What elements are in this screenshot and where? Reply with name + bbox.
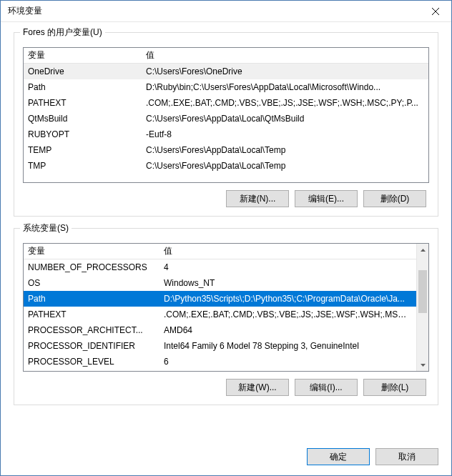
cell-val: C:\Users\Fores\OneDrive xyxy=(146,66,424,76)
cell-var: PROCESSOR_ARCHITECT... xyxy=(28,325,164,335)
cell-var: TEMP xyxy=(28,145,146,155)
delete-user-var-button[interactable]: 删除(D) xyxy=(363,190,426,207)
scroll-up-button[interactable] xyxy=(417,244,428,256)
scroll-thumb[interactable] xyxy=(418,270,427,313)
table-row[interactable]: PROCESSOR_ARCHITECT... AMD64 xyxy=(24,322,416,338)
table-row[interactable]: Path D:\Python35\Scripts\;D:\Python35\;C… xyxy=(24,291,416,307)
cell-var: NUMBER_OF_PROCESSORS xyxy=(28,262,164,272)
cell-var: PATHEXT xyxy=(28,309,164,319)
cell-val: Intel64 Family 6 Model 78 Stepping 3, Ge… xyxy=(164,341,412,351)
close-button[interactable] xyxy=(419,1,451,21)
table-row[interactable]: TEMP C:\Users\Fores\AppData\Local\Temp xyxy=(24,142,428,158)
user-buttons-row: 新建(N)... 编辑(E)... 删除(D) xyxy=(23,190,429,207)
cell-val: .COM;.EXE;.BAT;.CMD;.VBS;.VBE;.JS;.JSE;.… xyxy=(146,98,424,108)
table-row[interactable]: Path D:\Ruby\bin;C:\Users\Fores\AppData\… xyxy=(24,79,428,95)
dialog-footer: 确定 取消 xyxy=(1,441,451,475)
new-user-var-button[interactable]: 新建(N)... xyxy=(226,190,289,207)
grid-body: NUMBER_OF_PROCESSORS 4 OS Windows_NT Pat… xyxy=(24,259,428,371)
grid-header: 变量 值 xyxy=(24,48,428,64)
environment-variables-dialog: 环境变量 Fores 的用户变量(U) 变量 值 OneDrive C:\Use… xyxy=(0,0,452,476)
svg-marker-2 xyxy=(421,249,426,252)
user-variables-group: Fores 的用户变量(U) 变量 值 OneDrive C:\Users\Fo… xyxy=(14,32,438,217)
cell-val: D:\Ruby\bin;C:\Users\Fores\AppData\Local… xyxy=(146,82,424,92)
user-variables-grid[interactable]: 变量 值 OneDrive C:\Users\Fores\OneDrive Pa… xyxy=(23,47,429,183)
table-row[interactable]: QtMsBuild C:\Users\Fores\AppData\Local\Q… xyxy=(24,111,428,127)
cell-var: OS xyxy=(28,278,164,288)
system-group-label: 系统变量(S) xyxy=(20,222,72,234)
close-icon xyxy=(432,8,439,15)
table-row[interactable]: PROCESSOR_LEVEL 6 xyxy=(24,354,416,370)
table-row[interactable]: TMP C:\Users\Fores\AppData\Local\Temp xyxy=(24,158,428,174)
system-buttons-row: 新建(W)... 编辑(I)... 删除(L) xyxy=(23,379,429,396)
grid-header: 变量 值 xyxy=(24,244,428,259)
vertical-scrollbar[interactable] xyxy=(416,244,428,371)
new-sys-var-button[interactable]: 新建(W)... xyxy=(226,379,289,396)
cell-var: RUBYOPT xyxy=(28,129,146,139)
cell-val: D:\Python35\Scripts\;D:\Python35\;C:\Pro… xyxy=(164,294,412,304)
cell-val: .COM;.EXE;.BAT;.CMD;.VBS;.VBE;.JS;.JSE;.… xyxy=(164,309,412,319)
cell-var: PROCESSOR_IDENTIFIER xyxy=(28,341,164,351)
header-variable[interactable]: 变量 xyxy=(28,49,146,61)
system-variables-group: 系统变量(S) 变量 值 NUMBER_OF_PROCESSORS 4 OS W… xyxy=(14,228,438,405)
cell-val: -Eutf-8 xyxy=(146,129,424,139)
cell-val: C:\Users\Fores\AppData\Local\Temp xyxy=(146,161,424,171)
cell-var: PROCESSOR_LEVEL xyxy=(28,357,164,367)
edit-sys-var-button[interactable]: 编辑(I)... xyxy=(295,379,358,396)
scroll-track[interactable] xyxy=(417,256,428,359)
cell-var: OneDrive xyxy=(28,66,146,76)
edit-user-var-button[interactable]: 编辑(E)... xyxy=(295,190,358,207)
cell-var: QtMsBuild xyxy=(28,114,146,124)
cell-val: AMD64 xyxy=(164,325,412,335)
header-variable[interactable]: 变量 xyxy=(28,245,164,257)
chevron-up-icon xyxy=(421,249,426,252)
dialog-title: 环境变量 xyxy=(8,5,419,17)
table-row[interactable]: NUMBER_OF_PROCESSORS 4 xyxy=(24,259,416,275)
svg-marker-3 xyxy=(421,364,426,367)
chevron-down-icon xyxy=(421,364,426,367)
cell-var: TMP xyxy=(28,161,146,171)
cell-var: PATHEXT xyxy=(28,98,146,108)
user-group-label: Fores 的用户变量(U) xyxy=(20,26,105,39)
header-value[interactable]: 值 xyxy=(164,245,415,257)
table-row[interactable]: RUBYOPT -Eutf-8 xyxy=(24,127,428,142)
cell-val: 4 xyxy=(164,262,412,272)
table-row[interactable]: OneDrive C:\Users\Fores\OneDrive xyxy=(24,64,428,79)
titlebar[interactable]: 环境变量 xyxy=(1,1,451,22)
cell-val: C:\Users\Fores\AppData\Local\QtMsBuild xyxy=(146,114,424,124)
cell-var: Path xyxy=(28,294,164,304)
dialog-body: Fores 的用户变量(U) 变量 值 OneDrive C:\Users\Fo… xyxy=(1,22,451,441)
table-row[interactable]: OS Windows_NT xyxy=(24,275,416,291)
cell-var: Path xyxy=(28,82,146,92)
cell-val: Windows_NT xyxy=(164,278,412,288)
cancel-button[interactable]: 取消 xyxy=(375,448,438,465)
table-row[interactable]: PATHEXT .COM;.EXE;.BAT;.CMD;.VBS;.VBE;.J… xyxy=(24,95,428,111)
table-row[interactable]: PATHEXT .COM;.EXE;.BAT;.CMD;.VBS;.VBE;.J… xyxy=(24,307,416,322)
delete-sys-var-button[interactable]: 删除(L) xyxy=(363,379,426,396)
header-value[interactable]: 值 xyxy=(146,49,424,61)
system-variables-grid[interactable]: 变量 值 NUMBER_OF_PROCESSORS 4 OS Windows_N… xyxy=(23,243,429,372)
grid-body: OneDrive C:\Users\Fores\OneDrive Path D:… xyxy=(24,64,428,182)
scroll-down-button[interactable] xyxy=(417,359,428,371)
ok-button[interactable]: 确定 xyxy=(307,448,370,465)
cell-val: 6 xyxy=(164,357,412,367)
table-row[interactable]: PROCESSOR_IDENTIFIER Intel64 Family 6 Mo… xyxy=(24,338,416,354)
cell-val: C:\Users\Fores\AppData\Local\Temp xyxy=(146,145,424,155)
